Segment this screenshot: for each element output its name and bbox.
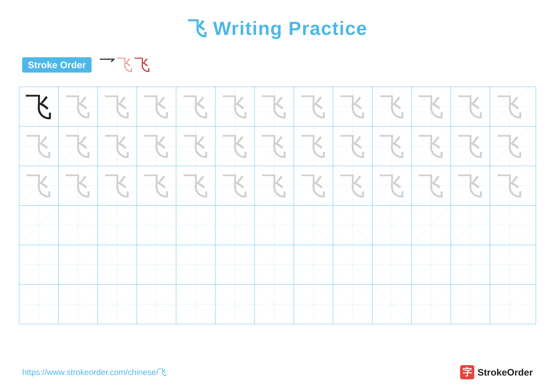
grid-cell[interactable] [98,245,137,284]
grid-cell[interactable] [255,206,294,245]
grid-cell[interactable]: 飞 [451,166,490,205]
practice-character: 飞 [105,134,130,159]
grid-cell[interactable] [137,245,176,284]
grid-cell[interactable]: 飞 [98,87,137,126]
footer-url[interactable]: https://www.strokeorder.com/chinese/飞 [22,367,167,378]
grid-cell[interactable] [333,245,372,284]
grid-cell[interactable]: 飞 [98,166,137,205]
grid-cell[interactable]: 飞 [372,127,412,166]
svg-line-91 [255,206,294,245]
grid-row[interactable]: 飞 飞 飞 飞 飞 飞 飞 飞 [19,127,536,166]
grid-cell[interactable]: 飞 [137,166,176,205]
grid-cell[interactable]: 飞 [333,127,372,166]
grid-cell[interactable] [294,285,333,324]
grid-cell[interactable]: 飞 [490,166,529,205]
grid-cell[interactable] [490,245,529,284]
grid-cell[interactable]: 飞 [412,87,451,126]
grid-row[interactable] [19,245,536,285]
grid-cell[interactable] [58,206,98,245]
grid-cell[interactable]: 飞 [19,166,58,205]
grid-cell[interactable] [490,285,529,324]
grid-row[interactable]: 飞 飞 飞 飞 飞 飞 飞 飞 [19,87,536,127]
grid-cell[interactable]: 飞 [58,166,98,205]
grid-cell[interactable] [490,206,529,245]
grid-cell[interactable] [215,285,255,324]
grid-cell[interactable]: 飞 [176,87,215,126]
grid-cell[interactable]: 飞 [137,127,176,166]
stroke-char-3: 飞 [134,54,150,76]
grid-row[interactable]: 飞 飞 飞 飞 飞 飞 飞 飞 [19,166,536,206]
grid-row[interactable] [19,285,536,324]
grid-cell[interactable]: 飞 [372,87,412,126]
grid-cell[interactable] [372,206,412,245]
grid-cell[interactable]: 飞 [19,127,58,166]
grid-cell[interactable]: 飞 [451,127,490,166]
grid-cell[interactable] [294,206,333,245]
grid-cell[interactable]: 飞 [412,127,451,166]
practice-character: 飞 [65,134,91,159]
svg-line-97 [372,206,411,245]
grid-cell[interactable]: 飞 [176,166,215,205]
grid-cell[interactable]: 飞 [255,87,294,126]
grid-cell[interactable] [372,285,412,324]
grid-cell[interactable] [98,285,137,324]
grid-cell[interactable] [412,285,451,324]
grid-cell[interactable] [333,285,372,324]
grid-cell[interactable]: 飞 [255,166,294,205]
grid-cell[interactable]: 飞 [58,127,98,166]
grid-cell[interactable]: 飞 [98,127,137,166]
grid-cell[interactable] [137,285,176,324]
grid-cell[interactable] [451,206,490,245]
grid-cell[interactable]: 飞 [215,87,255,126]
svg-line-94 [333,206,372,245]
grid-cell[interactable]: 飞 [490,127,529,166]
grid-cell[interactable] [137,206,176,245]
practice-character: 飞 [105,94,130,119]
grid-cell[interactable] [58,245,98,284]
grid-cell[interactable]: 飞 [333,166,372,205]
grid-cell[interactable]: 飞 [372,166,412,205]
grid-cell[interactable] [215,245,255,284]
grid-cell[interactable] [412,206,451,245]
grid-cell[interactable]: 飞 [294,166,333,205]
grid-cell[interactable]: 飞 [58,87,98,126]
svg-line-88 [215,206,254,245]
grid-cell[interactable] [451,245,490,284]
grid-cell[interactable] [176,206,215,245]
grid-cell[interactable] [98,206,137,245]
grid-cell[interactable] [19,206,58,245]
grid-cell[interactable] [333,206,372,245]
grid-cell[interactable]: 飞 [19,87,58,126]
svg-line-141 [215,285,254,324]
grid-cell[interactable]: 飞 [333,87,372,126]
grid-cell[interactable] [58,285,98,324]
practice-character: 飞 [262,94,287,119]
grid-cell[interactable] [19,285,58,324]
grid-cell[interactable]: 飞 [294,87,333,126]
practice-character: 飞 [301,134,326,159]
grid-cell[interactable] [451,285,490,324]
writing-grid[interactable]: 飞 飞 飞 飞 飞 飞 飞 飞 [19,87,536,324]
grid-cell[interactable]: 飞 [255,127,294,166]
grid-cell[interactable]: 飞 [412,166,451,205]
svg-line-111 [137,245,176,284]
grid-cell[interactable] [255,285,294,324]
grid-cell[interactable] [215,206,255,245]
grid-cell[interactable]: 飞 [176,127,215,166]
grid-cell[interactable] [294,245,333,284]
grid-cell[interactable]: 飞 [451,87,490,126]
grid-cell[interactable] [412,245,451,284]
grid-cell[interactable] [19,245,58,284]
grid-cell[interactable]: 飞 [294,127,333,166]
svg-line-133 [58,285,97,324]
grid-cell[interactable]: 飞 [490,87,529,126]
grid-cell[interactable] [176,285,215,324]
grid-cell[interactable]: 飞 [215,127,255,166]
grid-row[interactable] [19,206,536,245]
grid-cell[interactable] [255,245,294,284]
grid-cell[interactable] [176,245,215,284]
grid-cell[interactable] [372,245,412,284]
grid-cell[interactable]: 飞 [215,166,255,205]
svg-line-155 [490,285,529,324]
grid-cell[interactable]: 飞 [137,87,176,126]
